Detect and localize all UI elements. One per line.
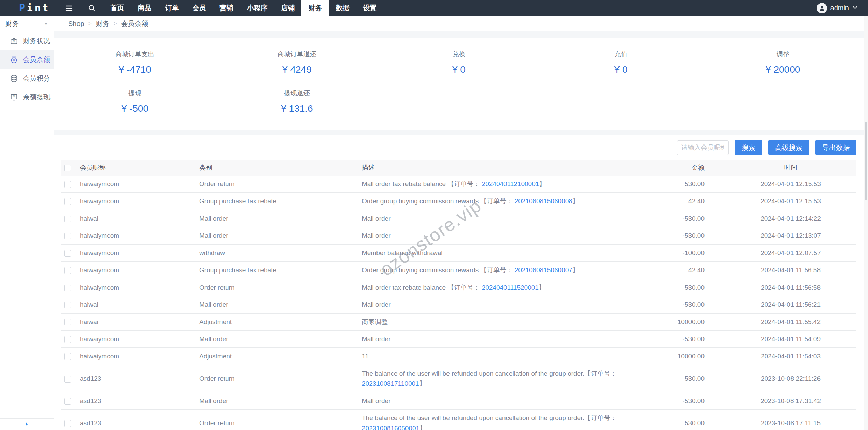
select-all-checkbox[interactable]	[64, 165, 71, 171]
stats-grid: 商城订单支出¥ -4710商城订单退还¥ 4249兑换¥ 0充值¥ 0调整¥ 2…	[54, 50, 864, 114]
export-data-button[interactable]: 导出数据	[815, 140, 856, 155]
row-checkbox[interactable]	[64, 398, 71, 405]
sidebar-item-member-balance[interactable]: ¥会员余额	[0, 50, 54, 69]
order-number-link[interactable]: 2023100817110001	[362, 380, 419, 387]
nav-item-finance[interactable]: 财务	[301, 0, 329, 16]
cell-time: 2024-04-01 12:15:53	[707, 193, 856, 210]
sidebar-item-label: 会员积分	[23, 74, 50, 83]
cell-type: Order return	[197, 365, 359, 392]
cell-nickname: haiwaiymcom	[77, 348, 197, 365]
stat-label: 商城订单支出	[54, 50, 216, 59]
row-checkbox[interactable]	[64, 420, 71, 427]
breadcrumb-item[interactable]: 财务	[96, 19, 110, 28]
sidebar-expand-icon[interactable]	[25, 421, 29, 428]
search-button[interactable]: 搜索	[735, 140, 762, 155]
sidebar-collapse-caret-icon[interactable]: ▼	[44, 21, 48, 26]
nav-item-settings[interactable]: 设置	[356, 0, 383, 16]
row-checkbox[interactable]	[64, 250, 71, 257]
cell-time: 2024-04-01 11:56:58	[707, 262, 856, 279]
cell-nickname: asd123	[77, 410, 197, 430]
breadcrumb-item[interactable]: Shop	[68, 20, 84, 28]
cell-amount: -100.00	[642, 244, 707, 261]
cell-amount: -530.00	[642, 392, 707, 409]
cell-time: 2023-10-08 17:11:15	[707, 410, 856, 430]
main-content: Shop>财务>会员余额 商城订单支出¥ -4710商城订单退还¥ 4249兑换…	[54, 16, 864, 430]
cell-amount: -530.00	[642, 296, 707, 313]
cell-type: Mall order	[197, 392, 359, 409]
row-checkbox[interactable]	[64, 285, 71, 291]
cell-nickname: haiwai	[77, 296, 197, 313]
cell-type: Adjustment	[197, 313, 359, 330]
table-row: haiwaiymcomwithdrawMember balance withdr…	[61, 244, 856, 261]
row-checkbox[interactable]	[64, 376, 71, 383]
table-row: haiwaiAdjustment商家调整10000.002024-04-01 1…	[61, 313, 856, 330]
admin-menu[interactable]: admin	[817, 3, 858, 13]
money-bag-icon: ¥	[10, 55, 18, 64]
stat-value: ¥ 0	[540, 64, 702, 75]
nav-item-home[interactable]: 首页	[103, 0, 131, 16]
search-icon[interactable]	[88, 4, 96, 12]
table-row: haiwaiymcomMall orderMall order-530.0020…	[61, 227, 856, 244]
row-checkbox[interactable]	[64, 353, 71, 360]
stat-value: ¥ 20000	[702, 64, 864, 75]
row-checkbox[interactable]	[64, 181, 71, 188]
balance-table-card: 搜索 高级搜索 导出数据 会员昵称 类别 描述 金额 时间 haiwaiymco…	[54, 135, 864, 430]
cell-description: 11	[359, 348, 642, 365]
row-checkbox[interactable]	[64, 302, 71, 308]
cell-time: 2024-04-01 12:14:22	[707, 210, 856, 227]
order-number-link[interactable]: 2021060815060008	[515, 197, 572, 205]
order-number-link[interactable]: 2024040111520001	[482, 284, 539, 291]
cell-nickname: asd123	[77, 365, 197, 392]
sidebar-item-label: 会员余额	[23, 55, 50, 64]
table-row: asd123Order returnThe balance of the use…	[61, 410, 856, 430]
nav-item-marketing[interactable]: 营销	[213, 0, 240, 16]
advanced-search-button[interactable]: 高级搜索	[768, 140, 809, 155]
order-number-link[interactable]: 2021060815060007	[515, 266, 572, 274]
search-input[interactable]	[677, 140, 729, 155]
nav-item-orders[interactable]: 订单	[158, 0, 185, 16]
cell-type: withdraw	[197, 244, 359, 261]
header-amount: 金额	[642, 160, 707, 176]
nav-item-data[interactable]: 数据	[329, 0, 356, 16]
cell-amount: 10000.00	[642, 348, 707, 365]
nav-item-miniapp[interactable]: 小程序	[240, 0, 274, 16]
row-checkbox[interactable]	[64, 216, 71, 222]
sidebar-item-member-points[interactable]: 会员积分	[0, 69, 54, 88]
stat-label: 提现	[54, 89, 216, 98]
cell-time: 2024-04-01 11:56:21	[707, 296, 856, 313]
stat-item: 商城订单退还¥ 4249	[216, 50, 378, 75]
cell-description: The balance of the user will be refunded…	[359, 365, 642, 392]
cell-time: 2024-04-01 11:55:42	[707, 313, 856, 330]
cell-amount: -530.00	[642, 210, 707, 227]
cell-nickname: haiwaiymcom	[77, 227, 197, 244]
sidebar-item-finance-status[interactable]: ¥财务状况	[0, 31, 54, 50]
table-row: haiwaiymcomAdjustment1110000.002024-04-0…	[61, 348, 856, 365]
table-row: haiwaiymcomGroup purchase tax rebateOrde…	[61, 193, 856, 210]
table-header-row: 会员昵称 类别 描述 金额 时间	[61, 160, 856, 176]
nav-item-goods[interactable]: 商品	[131, 0, 158, 16]
nav-item-shop[interactable]: 店铺	[274, 0, 301, 16]
row-checkbox[interactable]	[64, 233, 71, 239]
sidebar-item-balance-withdraw[interactable]: ¥余额提现	[0, 88, 54, 107]
hamburger-menu-icon[interactable]	[65, 4, 73, 13]
scrollbar-thumb[interactable]	[865, 122, 867, 200]
cell-description: Mall order	[359, 330, 642, 347]
stat-item: 商城订单支出¥ -4710	[54, 50, 216, 75]
row-checkbox[interactable]	[64, 267, 71, 274]
order-number-link[interactable]: 2024040112100001	[482, 180, 539, 188]
cell-type: Group purchase tax rebate	[197, 262, 359, 279]
cell-nickname: haiwai	[77, 210, 197, 227]
page-scrollbar	[864, 16, 868, 430]
order-number-link[interactable]: 2023100816050001	[362, 425, 419, 430]
stat-item: 调整¥ 20000	[702, 50, 864, 75]
cell-type: Mall order	[197, 330, 359, 347]
stat-value: ¥ 0	[378, 64, 540, 75]
breadcrumb: Shop>财务>会员余额	[54, 16, 864, 31]
chevron-down-icon	[852, 5, 858, 12]
nav-item-members[interactable]: 会员	[185, 0, 213, 16]
breadcrumb-item[interactable]: 会员余额	[121, 19, 148, 28]
row-checkbox[interactable]	[64, 336, 71, 343]
sidebar: 财务 ▼ ¥财务状况¥会员余额会员积分¥余额提现	[0, 16, 54, 430]
row-checkbox[interactable]	[64, 319, 71, 325]
row-checkbox[interactable]	[64, 198, 71, 205]
